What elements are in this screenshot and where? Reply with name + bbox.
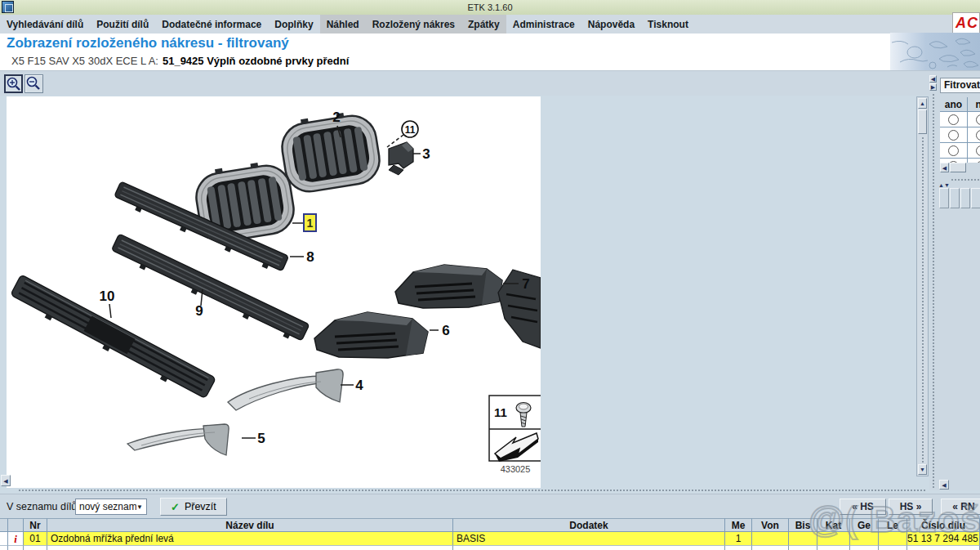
vertical-scroll-trough[interactable] (921, 136, 924, 463)
part-2-kidney-grille-right[interactable] (278, 109, 382, 195)
callout-6[interactable]: 6 (442, 323, 449, 338)
exploded-diagram-svg: 2 3 8 9 10 4 5 6 7 11 1 (7, 96, 541, 488)
header-kat: Kat (817, 518, 850, 532)
zoom-out-button[interactable] (24, 74, 43, 93)
cell-ge (850, 532, 879, 546)
hs-previous-button[interactable]: « HS (840, 499, 886, 515)
part-3-bracket[interactable] (389, 142, 413, 175)
radio-button[interactable] (948, 114, 959, 125)
filter-panel-title[interactable]: Fitrovat (940, 78, 980, 93)
callout-7[interactable]: 7 (522, 276, 529, 292)
main-area: 2 3 8 9 10 4 5 6 7 11 1 (0, 96, 980, 488)
menu-item-zpatky[interactable]: Zpátky (461, 16, 506, 34)
mini-cell (971, 188, 980, 208)
menu-item-vyhledavani-dilu[interactable]: Vyhledávání dílů (0, 16, 90, 34)
vertical-splitter[interactable]: ◀ ▶ (929, 74, 938, 490)
filter-col-ne: ne (968, 97, 980, 112)
page-title: Zobrazení rozloženého nákresu - filtrova… (7, 35, 289, 51)
radio-button[interactable] (976, 114, 980, 125)
part-5-chrome-trim[interactable] (127, 424, 229, 455)
arrow-down-icon: ▼ (920, 467, 925, 472)
part-6-air-duct[interactable] (314, 312, 428, 358)
header-nr: Nr (24, 518, 47, 532)
page-header: Zobrazení rozloženého nákresu - filtrova… (0, 34, 980, 70)
callout-9[interactable]: 9 (195, 303, 203, 319)
diagram-scroll-left-button[interactable]: ◀ (1, 475, 11, 486)
radio-button[interactable] (948, 130, 959, 141)
cell-kat (817, 532, 850, 546)
app-icon (2, 1, 14, 13)
arrow-up-icon: ▲ (938, 182, 944, 188)
part-7-air-duct[interactable] (395, 265, 502, 308)
scroll-left-button[interactable]: ◀ (940, 163, 949, 172)
menu-item-napoveda[interactable]: Nápověda (581, 16, 641, 34)
parts-list-label: V seznamu dílů (7, 501, 77, 512)
diagram-vertical-scrollbar[interactable]: ▲ ▼ (916, 96, 929, 476)
horizontal-splitter[interactable]: ▲▼ (0, 487, 928, 494)
arrow-left-icon: ◀ (942, 165, 947, 171)
callout-1-label: 1 (307, 217, 314, 230)
callout-2[interactable]: 2 (332, 110, 340, 125)
vertical-scroll-thumb[interactable] (918, 110, 927, 134)
menu-item-administrace[interactable]: Administrace (506, 16, 581, 34)
part-9-slat-strip[interactable] (109, 234, 309, 344)
filter-header-row: ano ne (940, 97, 980, 112)
callout-10[interactable]: 10 (100, 288, 115, 304)
filter-horizontal-scrollbar[interactable]: ◀ (940, 163, 978, 173)
arrow-left-icon: ◀ (931, 76, 935, 82)
part-4-chrome-trim[interactable] (228, 369, 343, 410)
arrow-down-icon: ▼ (944, 182, 950, 188)
parts-table-row-empty (0, 546, 980, 550)
horizontal-scroll-thumb[interactable] (950, 163, 966, 172)
menu-item-tisknout[interactable]: Tisknout (641, 16, 695, 34)
parts-list-dropdown[interactable]: nový seznam ▼ (75, 499, 147, 515)
callout-8[interactable]: 8 (306, 249, 314, 265)
splitter-texture (951, 178, 980, 181)
header-cislo-dilu: Číslo dílu (907, 518, 980, 532)
header-info (8, 518, 24, 532)
scroll-down-button[interactable]: ▼ (918, 464, 927, 475)
filter-panel-splitter[interactable]: ▲▼ (938, 177, 980, 183)
menu-item-dodatecne-informace[interactable]: Dodatečné informace (155, 16, 268, 34)
filter-row (940, 127, 980, 143)
callout-11-label: 11 (405, 124, 416, 136)
panel-scroll-left-button[interactable]: ◀ (939, 480, 949, 490)
callout-1-selected[interactable]: 1 (304, 214, 316, 231)
window-titlebar: ETK 3.1.60 (0, 0, 980, 15)
menu-item-nahled[interactable]: Náhled (320, 16, 366, 34)
arrow-right-icon: ▶ (931, 84, 935, 90)
callout-11-circled[interactable]: 11 (402, 121, 418, 137)
radio-button[interactable] (948, 145, 959, 156)
callout-3[interactable]: 3 (422, 146, 430, 162)
header-nazev-dilu: Název dílu (47, 518, 453, 532)
header-me: Me (725, 518, 752, 532)
callout-5[interactable]: 5 (257, 431, 265, 446)
accept-button[interactable]: ✓ Převzít (160, 498, 227, 516)
menu-item-rozlozeny-nakres[interactable]: Rozložený nákres (366, 16, 461, 34)
splitter-collapse-left-button[interactable]: ◀ (929, 75, 937, 83)
header-spacer (0, 518, 8, 532)
menu-item-doplnky[interactable]: Doplňky (268, 16, 319, 34)
vehicle-label: X5 F15 SAV X5 30dX ECE L A: (11, 55, 158, 67)
cell-cislo-dilu: 51 13 7 294 485 (907, 532, 980, 546)
zoom-in-button[interactable] (4, 74, 23, 93)
arrow-up-icon: ▲ (920, 101, 925, 106)
radio-button[interactable] (976, 145, 980, 156)
rn-previous-button[interactable]: « RN (941, 499, 980, 515)
scroll-up-button[interactable]: ▲ (918, 98, 927, 109)
info-icon[interactable]: i (8, 532, 24, 546)
hs-next-button[interactable]: HS » (889, 499, 933, 515)
menu-item-pouziti-dilu[interactable]: Použití dílů (90, 16, 155, 34)
legend-box: 11 433025 (489, 396, 541, 474)
callout-4[interactable]: 4 (355, 378, 363, 393)
arrow-left-icon: ◀ (3, 478, 7, 484)
splitter-texture (18, 489, 926, 492)
header-bis: Bis (789, 518, 817, 532)
vehicle-context: X5 F15 SAV X5 30dX ECE L A:51_9425 Výplň… (11, 55, 349, 67)
cell-me: 1 (725, 532, 752, 546)
filter-table: ano ne (940, 97, 980, 163)
magnifier-plus-icon (6, 76, 21, 92)
splitter-collapse-right-button[interactable]: ▶ (929, 83, 937, 91)
radio-button[interactable] (976, 130, 980, 141)
parts-table-row-selected[interactable]: i 01 Ozdobná mřížka přední levá BASIS 1 … (0, 532, 980, 546)
